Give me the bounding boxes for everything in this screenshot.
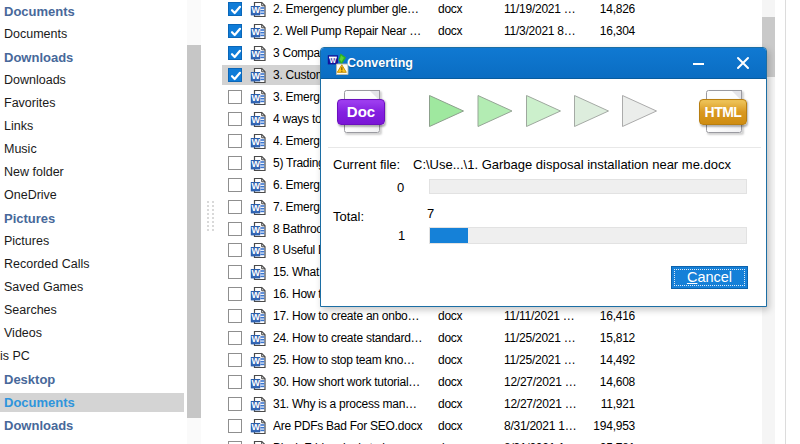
svg-text:W: W (251, 378, 260, 388)
svg-text:W: W (251, 422, 260, 432)
svg-text:W: W (251, 181, 260, 191)
svg-text:W: W (251, 291, 260, 301)
svg-text:W: W (251, 93, 260, 103)
svg-text:W: W (330, 57, 337, 64)
svg-text:W: W (251, 225, 260, 235)
svg-text:W: W (251, 27, 260, 37)
svg-text:W: W (251, 71, 260, 81)
svg-text:W: W (251, 357, 260, 367)
svg-text:W: W (251, 5, 260, 15)
svg-text:W: W (251, 313, 260, 323)
svg-text:W: W (251, 400, 260, 410)
svg-text:W: W (251, 159, 260, 169)
svg-text:W: W (251, 335, 260, 345)
svg-text:W: W (251, 247, 260, 257)
svg-text:W: W (251, 115, 260, 125)
svg-text:W: W (251, 49, 260, 59)
svg-text:W: W (251, 137, 260, 147)
svg-text:W: W (251, 269, 260, 279)
svg-text:W: W (251, 203, 260, 213)
